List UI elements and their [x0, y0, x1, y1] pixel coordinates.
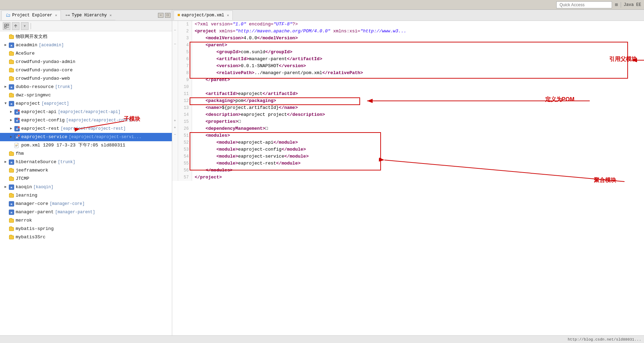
code-area[interactable]: 1<?xml version="1.0" encoding="UTF-8"?>−…: [172, 21, 644, 335]
tree-item-crowdfund-admin[interactable]: crowdfund-yundao-admin: [0, 58, 172, 66]
tree-arrow[interactable]: ▶: [8, 125, 14, 132]
tree-item-jeeframework[interactable]: jeeframework: [0, 166, 172, 175]
line-content-6[interactable]: <artifactId>manager-parent</artifactId>: [192, 56, 644, 63]
line-content-1[interactable]: <?xml version="1.0" encoding="UTF-8"?>: [192, 21, 644, 28]
line-num-2: 2: [178, 28, 192, 35]
link-editor-button[interactable]: [12, 22, 19, 30]
tree-item-hibernateSource[interactable]: ▶MhibernateSource [trunk]: [0, 158, 172, 166]
tree-arrow[interactable]: ▶: [3, 184, 8, 191]
tree-item-acesure[interactable]: AceSure: [0, 49, 172, 58]
line-content-52[interactable]: <module>eaproject-api</module>: [192, 139, 644, 146]
line-content-57[interactable]: </project>: [192, 174, 644, 181]
tree-item-mybatis-spring[interactable]: mybatis-spring: [0, 225, 172, 233]
tree-arrow[interactable]: ▶: [8, 109, 14, 115]
layout-icon[interactable]: ⊞: [615, 2, 618, 8]
line-content-56[interactable]: </modules>: [192, 167, 644, 174]
file-tab-pom[interactable]: ■ eaproject/pom.xml ✕: [174, 10, 233, 20]
tree-item-crowdfund-core[interactable]: crowdfund-yundao-core: [0, 66, 172, 74]
view-menu-button[interactable]: ▾: [21, 22, 29, 30]
line-marker-10: [172, 83, 178, 90]
line-marker-51[interactable]: −: [172, 132, 178, 139]
line-content-13[interactable]: <name>${project.artifactId}</name>: [192, 104, 644, 111]
line-marker-15[interactable]: +: [172, 118, 178, 125]
line-marker-2[interactable]: −: [172, 28, 178, 35]
tab-project-explorer-close[interactable]: ✕: [55, 13, 57, 17]
line-content-53[interactable]: <module>eaproject-config</module>: [192, 146, 644, 153]
tree-item-eaproject-config[interactable]: ▶Meaproject-config [eaproject/eaproject-…: [0, 116, 172, 125]
line-marker-3: [172, 35, 178, 42]
line-content-11[interactable]: <artifactId>eaproject</artifactId>: [192, 90, 644, 97]
tab-type-hierarchy[interactable]: ⊶ Type Hierarchy ✕: [61, 10, 116, 20]
xml-attr: xmlns:xsi=: [331, 29, 360, 34]
tree-item-eaproject-api[interactable]: ▶Meaproject-api [eaproject/eaproject-api…: [0, 108, 172, 116]
tree-item-fhm[interactable]: fhm: [0, 150, 172, 158]
line-marker-57: [172, 174, 178, 181]
tree-item-pom-xml[interactable]: pom.xml 1209 17-3-23 下午7:05 sld880311: [0, 141, 172, 150]
tree-arrow[interactable]: ▶: [8, 134, 14, 141]
tree-arrow[interactable]: ▶: [8, 117, 14, 124]
tree-arrow[interactable]: ▶: [3, 42, 8, 49]
quick-access-input[interactable]: [556, 1, 612, 8]
line-content-14[interactable]: <description>eaproject project</descript…: [192, 111, 644, 118]
xml-text: pom: [236, 98, 244, 103]
tree-item-dwz-springmvc[interactable]: dwz-springmvc: [0, 91, 172, 99]
tree-item-manager-parent[interactable]: Mmanager-parent [manager-parent]: [0, 208, 172, 216]
tree-item-wlw[interactable]: 物联网开发文档: [0, 33, 172, 41]
tree-label-kaoqin: kaoqin: [16, 184, 32, 191]
line-content-5[interactable]: <groupId>com.sunld</groupId>: [192, 49, 644, 56]
line-content-26[interactable]: <dependencyManagement>□: [192, 125, 644, 132]
right-panel: ■ eaproject/pom.xml ✕ 1<?xml version="1.…: [172, 10, 644, 335]
tree-item-mybatis3Src[interactable]: mybatis3Src: [0, 233, 172, 241]
line-content-8[interactable]: <relativePath>../manager-parent/pom.xml<…: [192, 70, 644, 77]
tree-arrow[interactable]: ▼: [3, 100, 8, 107]
tree-item-learning[interactable]: learning: [0, 191, 172, 200]
line-content-54[interactable]: <module>eaproject-service</module>: [192, 153, 644, 160]
line-num-53: 53: [178, 146, 192, 153]
line-content-15[interactable]: <properties>□: [192, 118, 644, 125]
tree-item-dubbo-resource[interactable]: ▶Mdubbo-resource [trunk]: [0, 83, 172, 91]
tree-item-eaproject-rest[interactable]: ▶Meaproject-rest [eaproject/eaproject-re…: [0, 125, 172, 133]
collapse-all-button[interactable]: [3, 22, 10, 30]
line-num-4: 4: [178, 42, 192, 49]
tree-item-kaoqin[interactable]: ▶Mkaoqin [kaoqin]: [0, 183, 172, 191]
tree-item-aceadmin[interactable]: ▶Maceadmin [aceadmin]: [0, 41, 172, 49]
maximize-button[interactable]: □: [165, 13, 170, 18]
line-content-10[interactable]: [192, 83, 644, 90]
separator: [621, 2, 621, 8]
project-explorer-icon: 🗂: [5, 13, 11, 18]
tab-project-explorer[interactable]: 🗂 Project Explorer ✕: [1, 10, 61, 20]
tree-icon-folder: [8, 59, 15, 65]
tree-label-manager-core: manager-core: [16, 200, 48, 207]
xml-attr-val: "http://maven.apache.org/POM/4.0.0": [236, 29, 331, 34]
tree-container[interactable]: 物联网开发文档▶Maceadmin [aceadmin]AceSurecrowd…: [0, 31, 172, 335]
line-marker-4[interactable]: −: [172, 42, 178, 49]
line-content-4[interactable]: <parent>: [192, 42, 644, 49]
line-content-2[interactable]: <project xmlns="http://maven.apache.org/…: [192, 28, 644, 35]
line-content-51[interactable]: <modules>: [192, 132, 644, 139]
tab-type-hierarchy-close[interactable]: ✕: [110, 13, 112, 17]
line-content-3[interactable]: <modelVersion>4.0.0</modelVersion>: [192, 35, 644, 42]
tree-item-crowdfund-web[interactable]: crowdfund-yundao-web: [0, 74, 172, 83]
tree-item-eaproject[interactable]: ▼Meaproject [eaproject]: [0, 99, 172, 108]
line-num-14: 14: [178, 111, 192, 118]
minimize-button[interactable]: −: [158, 13, 164, 18]
line-content-9[interactable]: </parent>: [192, 77, 644, 83]
panel-toolbar: ▾: [0, 21, 172, 31]
line-content-12[interactable]: <packaging>pom</packaging>: [192, 97, 644, 104]
tree-item-manager-core[interactable]: Mmanager-core [manager-core]: [0, 200, 172, 208]
xml-tag: <modules>: [206, 133, 230, 138]
tree-bracket-eaproject-rest: [eaproject/eaproject-rest]: [61, 125, 126, 132]
tree-arrow[interactable]: ▶: [3, 83, 8, 90]
line-marker-26[interactable]: +: [172, 125, 178, 132]
line-content-7[interactable]: <version>0.0.1-SNAPSHOT</version>: [192, 63, 644, 70]
tree-item-eaproject-service[interactable]: ▶Meaproject-service [eaproject/eaproject…: [0, 133, 172, 141]
tree-item-merrok[interactable]: merrok: [0, 216, 172, 225]
tree-icon-maven-project: M: [8, 201, 15, 207]
file-tab-close[interactable]: ✕: [227, 13, 229, 17]
line-num-7: 7: [178, 63, 192, 70]
tree-item-JTCMP[interactable]: JTCMP: [0, 175, 172, 183]
line-num-12: 12: [178, 97, 192, 104]
line-marker-55: [172, 160, 178, 167]
line-content-55[interactable]: <module>eaproject-rest</module>: [192, 160, 644, 167]
tree-arrow[interactable]: ▶: [3, 159, 8, 166]
